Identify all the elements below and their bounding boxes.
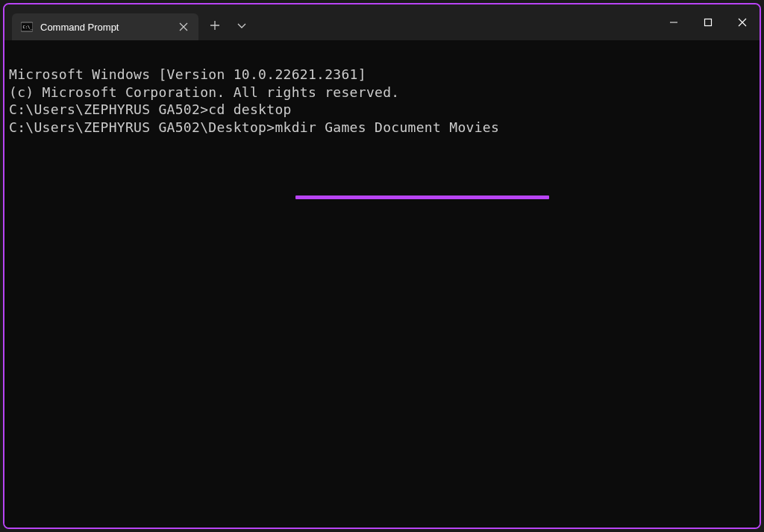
window-controls xyxy=(657,4,760,40)
terminal-line: (c) Microsoft Corporation. All rights re… xyxy=(9,84,755,101)
terminal-line: C:\Users\ZEPHYRUS GA502\Desktop>mkdir Ga… xyxy=(9,119,755,137)
command-text: mkdir Games Document Movies xyxy=(275,119,499,135)
tab-close-button[interactable] xyxy=(178,21,190,33)
active-tab[interactable]: C:\_ Command Prompt xyxy=(12,13,198,40)
command-text: cd desktop xyxy=(208,101,291,117)
tab-title: Command Prompt xyxy=(40,22,170,33)
terminal-line: C:\Users\ZEPHYRUS GA502>cd desktop xyxy=(9,101,755,119)
titlebar: C:\_ Command Prompt xyxy=(4,4,760,40)
titlebar-drag-area[interactable] xyxy=(255,4,657,40)
maximize-button[interactable] xyxy=(691,4,725,40)
svg-rect-2 xyxy=(705,19,712,26)
prompt-text: C:\Users\ZEPHYRUS GA502> xyxy=(9,101,208,117)
minimize-button[interactable] xyxy=(657,4,691,40)
new-tab-button[interactable] xyxy=(201,12,228,39)
terminal-output[interactable]: Microsoft Windows [Version 10.0.22621.23… xyxy=(4,40,760,528)
close-window-button[interactable] xyxy=(725,4,760,40)
tab-dropdown-button[interactable] xyxy=(228,12,255,39)
tab-actions xyxy=(198,4,255,40)
terminal-line: Microsoft Windows [Version 10.0.22621.23… xyxy=(9,66,755,84)
svg-text:C:\_: C:\_ xyxy=(23,25,34,30)
cmd-icon: C:\_ xyxy=(21,21,33,33)
highlight-underline xyxy=(295,195,549,199)
prompt-text: C:\Users\ZEPHYRUS GA502\Desktop> xyxy=(9,119,275,135)
terminal-window: C:\_ Command Prompt xyxy=(3,3,761,529)
tab-area: C:\_ Command Prompt xyxy=(4,4,198,40)
